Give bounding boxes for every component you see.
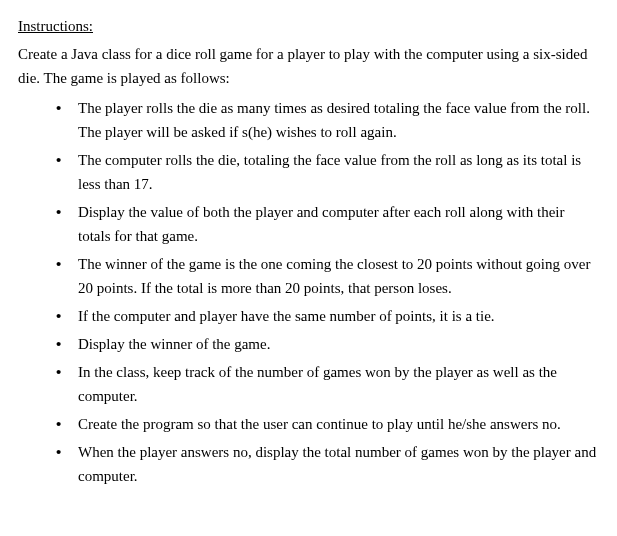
list-item: In the class, keep track of the number o… <box>56 360 599 408</box>
list-item: When the player answers no, display the … <box>56 440 599 488</box>
list-item: Create the program so that the user can … <box>56 412 599 436</box>
instructions-list: The player rolls the die as many times a… <box>18 96 599 488</box>
list-item: The player rolls the die as many times a… <box>56 96 599 144</box>
instructions-heading: Instructions: <box>18 14 599 38</box>
list-item: The winner of the game is the one coming… <box>56 252 599 300</box>
list-item: Display the value of both the player and… <box>56 200 599 248</box>
list-item: The computer rolls the die, totaling the… <box>56 148 599 196</box>
list-item: Display the winner of the game. <box>56 332 599 356</box>
list-item: If the computer and player have the same… <box>56 304 599 328</box>
instructions-intro: Create a Java class for a dice roll game… <box>18 42 599 90</box>
